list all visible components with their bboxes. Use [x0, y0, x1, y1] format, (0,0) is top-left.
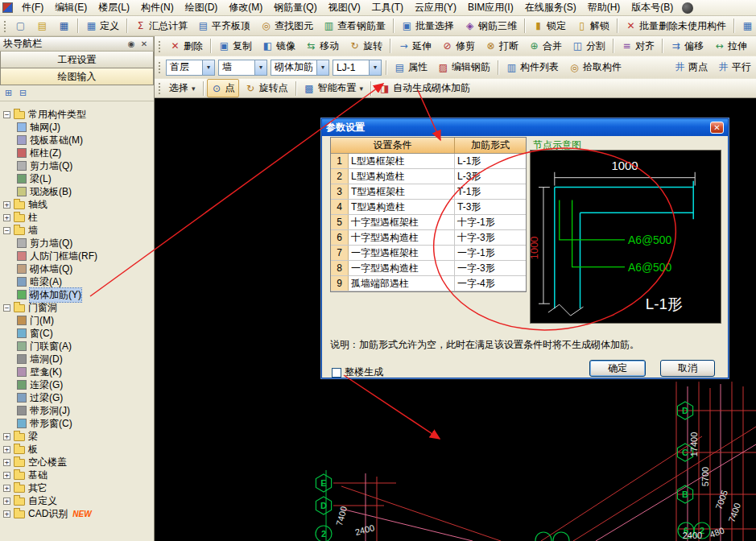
service-icon[interactable]: [682, 2, 693, 14]
tree-item-9[interactable]: −墙: [0, 224, 154, 237]
cell-form[interactable]: 一字-3形: [455, 261, 526, 275]
cancel-button[interactable]: 取消: [660, 360, 715, 377]
table-row[interactable]: 6十字型遇构造柱十字-3形: [331, 230, 526, 246]
new-file-button[interactable]: ▢: [10, 18, 31, 35]
tree-item-25[interactable]: +梁: [0, 430, 154, 443]
expand-icon[interactable]: +: [3, 472, 10, 479]
whole-building-checkbox[interactable]: 整楼生成: [332, 365, 383, 379]
lock-button[interactable]: ▮锁定: [528, 17, 570, 35]
tree-item-20[interactable]: 壁龛(K): [0, 365, 154, 378]
floor-combo[interactable]: 首层▾: [166, 60, 215, 76]
define-button[interactable]: ▦定义: [81, 17, 123, 35]
tree-item-27[interactable]: +空心楼盖: [0, 456, 154, 469]
cell-form[interactable]: L-1形: [455, 154, 526, 168]
tree-item-24[interactable]: 带形窗(C): [0, 417, 154, 430]
element-type-combo[interactable]: 砌体加筋▾: [271, 60, 329, 76]
menu-item-2[interactable]: 编辑(E): [49, 0, 93, 16]
menu-item-7[interactable]: 钢筋量(Q): [268, 0, 322, 16]
tree-item-13[interactable]: 暗梁(A): [0, 275, 154, 288]
cell-condition[interactable]: 一字型遇构造柱: [349, 261, 455, 275]
collapse-icon[interactable]: −: [3, 304, 10, 312]
rotate-point-button[interactable]: ↻旋转点: [241, 79, 292, 97]
cell-form[interactable]: T-1形: [455, 184, 526, 199]
expand-icon[interactable]: +: [3, 433, 10, 440]
sidebar-titlebar[interactable]: 块导航栏 ◉ ✕: [0, 36, 154, 52]
mirror-button[interactable]: ◧镜像: [258, 37, 300, 56]
expand-icon[interactable]: +: [3, 446, 10, 453]
table-row[interactable]: 1L型遇框架柱L-1形: [331, 154, 526, 169]
cell-condition[interactable]: T型遇构造柱: [349, 200, 455, 214]
cell-form[interactable]: 十字-3形: [455, 230, 526, 245]
expand-icon[interactable]: +: [3, 510, 10, 518]
cell-form[interactable]: T-3形: [455, 200, 526, 214]
component-list-button[interactable]: ▥构件列表: [502, 58, 563, 76]
column-header-form[interactable]: 加筋形式: [455, 138, 526, 153]
expand-all-icon[interactable]: ⊞: [2, 87, 14, 99]
expand-icon[interactable]: +: [3, 201, 10, 209]
category-combo[interactable]: 墙▾: [218, 60, 267, 76]
collapse-all-icon[interactable]: ⊟: [17, 87, 29, 99]
find-element-button[interactable]: ◎查找图元: [256, 17, 317, 35]
cell-form[interactable]: 一字-4形: [455, 276, 526, 291]
expand-icon[interactable]: +: [3, 214, 10, 221]
drawing-input-button[interactable]: 绘图输入: [0, 68, 154, 85]
chevron-down-icon[interactable]: ▾: [316, 60, 328, 75]
menu-item-10[interactable]: 云应用(Y): [409, 0, 462, 16]
tree-item-18[interactable]: 门联窗(A): [0, 340, 154, 353]
cell-condition[interactable]: L型遇框架柱: [349, 154, 455, 168]
offset-button[interactable]: ⇉偏移: [666, 37, 708, 56]
tree-item-19[interactable]: 墙洞(D): [0, 353, 154, 365]
open-file-button[interactable]: ▤: [32, 18, 52, 35]
split-button[interactable]: ◫分割: [568, 37, 609, 56]
rebar-3d-button[interactable]: ◈钢筋三维: [460, 17, 521, 35]
expand-icon[interactable]: +: [3, 485, 10, 492]
menu-item-13[interactable]: 帮助(H): [582, 0, 626, 16]
checkbox-icon[interactable]: [332, 368, 341, 378]
menu-item-3[interactable]: 楼层(L): [93, 0, 135, 16]
tree-item-7[interactable]: +轴线: [0, 198, 154, 211]
table-row[interactable]: 4T型遇构造柱T-3形: [331, 200, 526, 215]
toolbar-grip[interactable]: [157, 39, 161, 53]
cell-condition[interactable]: 十字型遇构造柱: [349, 230, 455, 245]
batch-select-button[interactable]: ▣批量选择: [397, 17, 458, 35]
tree-item-8[interactable]: +柱: [0, 211, 154, 224]
column-header-condition[interactable]: 设置条件: [331, 138, 455, 153]
tree-item-11[interactable]: 人防门框墙(RF): [0, 250, 154, 262]
menu-item-4[interactable]: 构件(N): [135, 0, 180, 16]
rotate-button[interactable]: ↻旋转: [345, 37, 386, 56]
cell-condition[interactable]: 十字型遇框架柱: [349, 215, 455, 229]
expand-icon[interactable]: +: [3, 459, 10, 466]
toolbar-grip[interactable]: [157, 60, 161, 74]
tree-item-15[interactable]: −门窗洞: [0, 301, 154, 314]
tree-item-21[interactable]: 连梁(G): [0, 378, 154, 391]
align-slab-top-button[interactable]: ▤平齐板顶: [193, 17, 254, 35]
tree-item-4[interactable]: 剪力墙(Q): [0, 159, 154, 172]
menu-item-5[interactable]: 绘图(D): [180, 0, 224, 16]
ok-button[interactable]: 确定: [589, 360, 646, 377]
menu-item-12[interactable]: 在线服务(S): [519, 0, 582, 16]
table-row[interactable]: 7一字型遇框架柱一字-1形: [331, 246, 526, 261]
pin-icon[interactable]: ◉: [126, 39, 137, 50]
toolbar-grip[interactable]: [2, 19, 6, 33]
chevron-down-icon[interactable]: ▾: [254, 60, 266, 75]
extend-button[interactable]: →延伸: [394, 37, 436, 56]
table-row[interactable]: 2L型遇构造柱L-3形: [331, 169, 526, 184]
cell-condition[interactable]: 孤墙端部遇柱: [349, 276, 455, 291]
save-button[interactable]: ▦: [54, 18, 74, 35]
project-settings-button[interactable]: 工程设置: [0, 52, 154, 68]
menu-item-8[interactable]: 视图(V): [323, 0, 366, 16]
cell-form[interactable]: L-3形: [455, 169, 526, 184]
two-point-button[interactable]: 井两点: [670, 58, 712, 76]
expand-icon[interactable]: +: [3, 498, 10, 505]
merge-button[interactable]: ⊕合并: [524, 37, 566, 56]
tree-item-29[interactable]: +其它: [0, 481, 154, 494]
collapse-icon[interactable]: −: [3, 111, 10, 118]
menu-item-1[interactable]: 件(F): [16, 0, 49, 16]
menu-item-9[interactable]: 工具(T): [366, 0, 409, 16]
tree-item-23[interactable]: 带形洞(J): [0, 404, 154, 417]
2d-view-button[interactable]: ▦二: [737, 17, 756, 35]
edit-rebar-button[interactable]: ▨编辑钢筋: [433, 58, 494, 76]
properties-button[interactable]: ▤属性: [390, 58, 432, 76]
cell-form[interactable]: 十字-1形: [455, 215, 526, 229]
table-row[interactable]: 5十字型遇框架柱十字-1形: [331, 215, 526, 230]
